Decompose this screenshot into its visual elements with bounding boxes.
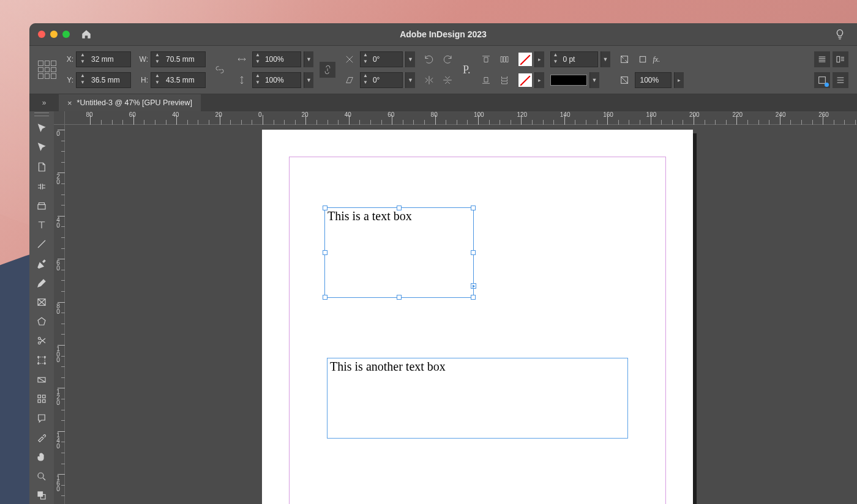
scissors-tool[interactable] — [31, 333, 52, 350]
align-top-icon[interactable] — [478, 51, 494, 67]
titlebar: Adobe InDesign 2023 — [29, 23, 857, 45]
stroke-swatch[interactable] — [518, 73, 532, 87]
svg-rect-15 — [38, 395, 41, 398]
type-tool[interactable] — [31, 217, 52, 234]
close-window-button[interactable] — [38, 31, 45, 38]
flip-vertical-icon[interactable] — [440, 72, 455, 88]
tips-icon[interactable] — [834, 28, 846, 40]
y-input[interactable] — [89, 76, 125, 84]
pasteboard[interactable]: This is a text box This is another te — [65, 125, 857, 504]
text-frame-2[interactable]: This is another text box — [327, 358, 628, 439]
home-icon[interactable] — [81, 29, 92, 40]
opacity-dropdown[interactable]: ▸ — [674, 72, 684, 88]
h-field[interactable]: ▲▼ — [151, 72, 206, 88]
panel-menu-icon[interactable] — [833, 51, 848, 67]
tabstrip-expander[interactable]: » — [29, 94, 59, 111]
stroke-dropdown[interactable]: ▸ — [534, 72, 544, 88]
gradient-feather-tool[interactable] — [31, 390, 52, 407]
stroke-weight-field[interactable]: ▲▼ — [550, 51, 598, 67]
shear-input[interactable] — [370, 76, 407, 84]
free-transform-tool[interactable] — [31, 352, 52, 369]
ruler-origin[interactable] — [54, 111, 65, 125]
gradient-swatch-tool[interactable] — [31, 371, 52, 388]
stroke-weight-dropdown[interactable]: ▼ — [601, 51, 610, 67]
direct-selection-tool[interactable] — [31, 139, 52, 157]
pencil-tool[interactable] — [31, 275, 52, 292]
page-tool[interactable] — [31, 158, 52, 176]
scale-x-input[interactable] — [263, 55, 299, 64]
svg-rect-9 — [39, 357, 45, 364]
svg-rect-17 — [38, 400, 41, 403]
stroke-weight-input[interactable] — [560, 55, 597, 64]
w-input[interactable] — [163, 55, 200, 64]
text-wrap-icon[interactable] — [814, 51, 830, 67]
stroke-style-swatch[interactable] — [550, 75, 587, 86]
document-tab-title: *Untitled-3 @ 47% [GPU Preview] — [77, 98, 192, 107]
reference-point-grid[interactable] — [38, 61, 56, 79]
fill-swatch[interactable] — [518, 53, 532, 66]
rotate-cw-icon[interactable] — [440, 51, 455, 67]
hand-tool[interactable] — [31, 448, 52, 465]
scale-x-dropdown[interactable]: ▼ — [304, 51, 313, 67]
shear-icon — [342, 72, 357, 88]
polygon-tool[interactable] — [31, 313, 52, 330]
rotation-dropdown[interactable]: ▼ — [405, 51, 415, 67]
svg-rect-1 — [640, 56, 645, 62]
align-bottom-icon[interactable] — [478, 72, 494, 88]
vertical-ruler[interactable]: 02 04 06 08 01 0 01 2 01 4 01 6 0 — [54, 125, 65, 504]
screen-mode-icon[interactable] — [814, 72, 830, 88]
document-tab[interactable]: × *Untitled-3 @ 47% [GPU Preview] — [59, 94, 201, 111]
pen-tool[interactable] — [31, 255, 52, 272]
rotation-input[interactable] — [370, 55, 407, 64]
auto-fit-icon[interactable] — [616, 51, 632, 67]
shear-dropdown[interactable]: ▼ — [405, 72, 415, 88]
zoom-tool[interactable] — [31, 468, 52, 485]
flip-horizontal-icon[interactable] — [421, 72, 437, 88]
tools-panel — [29, 111, 54, 504]
constrain-proportions-icon[interactable] — [212, 62, 228, 78]
note-tool[interactable] — [31, 410, 52, 427]
workspace: 8060402002040608010012014016018020022024… — [29, 111, 857, 504]
svg-rect-5 — [38, 205, 45, 210]
scale-y-input[interactable] — [263, 76, 299, 84]
link-scale-icon[interactable] — [320, 62, 335, 78]
distribute-v-icon[interactable] — [496, 72, 512, 88]
svg-point-19 — [38, 473, 43, 478]
fill-stroke-toggle[interactable] — [31, 487, 52, 504]
y-label: Y: — [62, 76, 73, 84]
h-label: H: — [137, 76, 148, 84]
h-input[interactable] — [163, 76, 200, 84]
x-input[interactable] — [89, 55, 125, 64]
frame-fitting-icon[interactable] — [635, 51, 651, 67]
close-tab-icon[interactable]: × — [67, 98, 72, 108]
text-frame-selected[interactable]: This is a text box — [324, 207, 474, 298]
rectangle-frame-tool[interactable] — [31, 294, 52, 311]
w-field[interactable]: ▲▼ — [151, 51, 206, 67]
line-tool[interactable] — [31, 236, 52, 253]
paragraph-style-icon[interactable]: P. — [463, 64, 471, 76]
rotation-field[interactable]: ▲▼ — [360, 51, 403, 67]
scale-x-field[interactable]: ▲▼ — [252, 51, 301, 67]
opacity-field[interactable] — [635, 72, 672, 88]
x-field[interactable]: ▲▼ — [76, 51, 131, 67]
distribute-icon[interactable] — [496, 51, 512, 67]
out-port-icon[interactable] — [471, 283, 476, 289]
minimize-window-button[interactable] — [50, 31, 58, 38]
content-collector-tool[interactable] — [31, 197, 52, 214]
shear-field[interactable]: ▲▼ — [360, 72, 403, 88]
opacity-input[interactable] — [638, 76, 675, 84]
panel-options-icon[interactable] — [833, 72, 848, 88]
selection-tool[interactable] — [31, 120, 52, 137]
scale-y-field[interactable]: ▲▼ — [252, 72, 301, 88]
stroke-style-dropdown[interactable]: ▼ — [589, 72, 599, 88]
rotate-ccw-icon[interactable] — [421, 51, 437, 67]
gap-tool[interactable] — [31, 178, 52, 195]
fill-dropdown[interactable]: ▸ — [534, 51, 544, 67]
scale-y-dropdown[interactable]: ▼ — [304, 72, 313, 88]
eyedropper-tool[interactable] — [31, 429, 52, 447]
y-field[interactable]: ▲▼ — [76, 72, 131, 88]
panel-grip[interactable] — [34, 113, 49, 116]
page[interactable]: This is a text box This is another te — [262, 130, 693, 504]
zoom-window-button[interactable] — [62, 31, 70, 38]
horizontal-ruler[interactable]: 8060402002040608010012014016018020022024… — [65, 111, 857, 125]
